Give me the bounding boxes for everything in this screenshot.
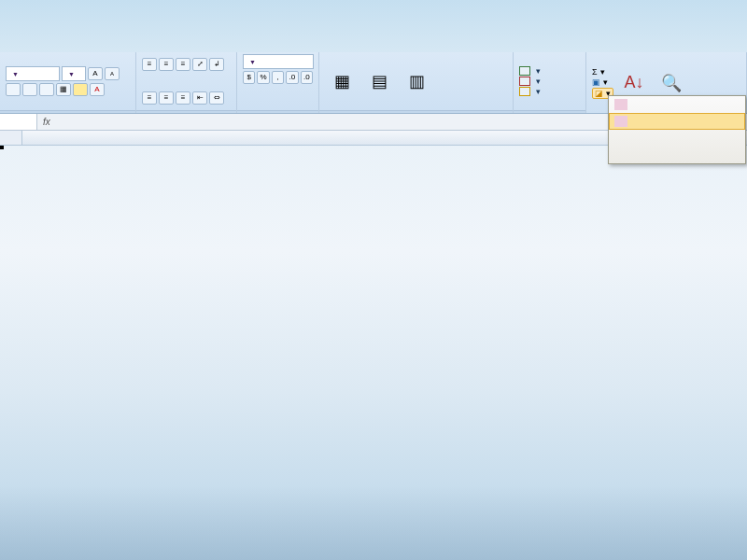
paragraph-1 xyxy=(0,32,747,45)
merge-icon[interactable]: ⇔ xyxy=(209,91,224,105)
fx-icon[interactable]: fx xyxy=(37,117,56,127)
italic-button[interactable] xyxy=(22,83,37,96)
find-icon: 🔍 xyxy=(658,72,684,94)
dec-decimal-icon[interactable]: .0 xyxy=(301,71,313,84)
ribbon-group-styles: ▦ ▤ ▥ xyxy=(319,52,514,113)
border-button[interactable]: ▦ xyxy=(56,83,71,96)
bold-button[interactable] xyxy=(6,83,21,96)
ribbon-group-editing: Σ▾ ▣▾ ◪▾ A↓ 🔍 xyxy=(586,52,747,113)
insert-icon xyxy=(519,66,530,76)
align-right-icon[interactable]: ≡ xyxy=(176,91,190,105)
ribbon-group-cells: ▾ ▾ ▾ xyxy=(514,52,586,113)
decorative-skyline xyxy=(0,485,747,560)
font-name-combo[interactable]: ▼ xyxy=(6,66,60,81)
ribbon-group-alignment: ≡ ≡ ≡ ⤢ ↲ ≡ ≡ ≡ ⇤ ⇔ xyxy=(136,52,237,113)
clear-dropdown-menu xyxy=(608,95,746,164)
orientation-icon[interactable]: ⤢ xyxy=(192,58,207,71)
group-label-alignment xyxy=(136,110,236,113)
wrap-text-icon[interactable]: ↲ xyxy=(209,58,224,71)
delete-icon xyxy=(519,77,530,86)
autosum-button[interactable]: Σ▾ xyxy=(592,67,613,77)
excel-screenshot: ▼ ▼ A A ▦ A xyxy=(0,52,747,146)
grow-font-icon[interactable]: A xyxy=(88,67,103,80)
percent-icon[interactable]: % xyxy=(257,71,269,84)
align-center-icon[interactable]: ≡ xyxy=(159,91,174,105)
ribbon-group-number: ▼ $ % , .0 .0 xyxy=(237,52,319,113)
eraser-icon: ◪ xyxy=(595,89,603,98)
fill-button[interactable]: ▣▾ xyxy=(592,77,613,87)
group-label-font xyxy=(0,110,135,113)
delete-button[interactable]: ▾ xyxy=(519,77,541,86)
fill-down-icon: ▣ xyxy=(592,77,600,87)
cell-styles-button[interactable]: ▥ xyxy=(400,68,433,94)
number-format-combo[interactable]: ▼ xyxy=(243,54,314,69)
group-label-number xyxy=(237,110,318,113)
group-label-cells xyxy=(514,110,585,113)
comma-icon[interactable]: , xyxy=(272,71,284,84)
clear-all-item[interactable] xyxy=(609,96,745,113)
sort-filter-icon: A↓ xyxy=(621,72,647,94)
ribbon: ▼ ▼ A A ▦ A xyxy=(0,52,747,114)
ribbon-group-font: ▼ ▼ A A ▦ A xyxy=(0,52,136,113)
align-left-icon[interactable]: ≡ xyxy=(142,91,157,105)
indent-dec-icon[interactable]: ⇤ xyxy=(192,91,207,105)
inc-decimal-icon[interactable]: .0 xyxy=(286,71,298,84)
font-size-combo[interactable]: ▼ xyxy=(62,66,86,81)
align-bottom-icon[interactable]: ≡ xyxy=(176,58,190,71)
sigma-icon: Σ xyxy=(592,67,598,77)
align-top-icon[interactable]: ≡ xyxy=(142,58,157,71)
group-label-styles xyxy=(319,110,513,113)
conditional-formatting-icon: ▦ xyxy=(329,70,355,92)
fill-color-button[interactable] xyxy=(73,83,88,96)
name-box[interactable] xyxy=(0,114,37,130)
find-select-button[interactable]: 🔍 xyxy=(655,70,688,96)
insert-button[interactable]: ▾ xyxy=(519,66,541,76)
cell-styles-icon: ▥ xyxy=(403,70,430,92)
clear-contents-item[interactable] xyxy=(609,130,745,147)
clear-all-icon xyxy=(614,99,627,110)
sort-filter-button[interactable]: A↓ xyxy=(617,70,651,96)
clear-formats-item[interactable] xyxy=(609,113,745,130)
format-as-table-button[interactable]: ▤ xyxy=(362,68,396,94)
shrink-font-icon[interactable]: A xyxy=(105,67,120,80)
format-icon xyxy=(519,87,530,96)
underline-button[interactable] xyxy=(39,83,54,96)
format-as-table-icon: ▤ xyxy=(366,70,392,92)
currency-icon[interactable]: $ xyxy=(243,71,255,84)
format-button[interactable]: ▾ xyxy=(519,87,541,96)
clear-comments-item[interactable] xyxy=(609,147,745,163)
conditional-formatting-button[interactable]: ▦ xyxy=(325,68,359,94)
align-middle-icon[interactable]: ≡ xyxy=(159,58,174,71)
font-color-button[interactable]: A xyxy=(90,83,105,96)
clear-formats-icon xyxy=(614,116,627,127)
slide-title xyxy=(0,0,747,32)
